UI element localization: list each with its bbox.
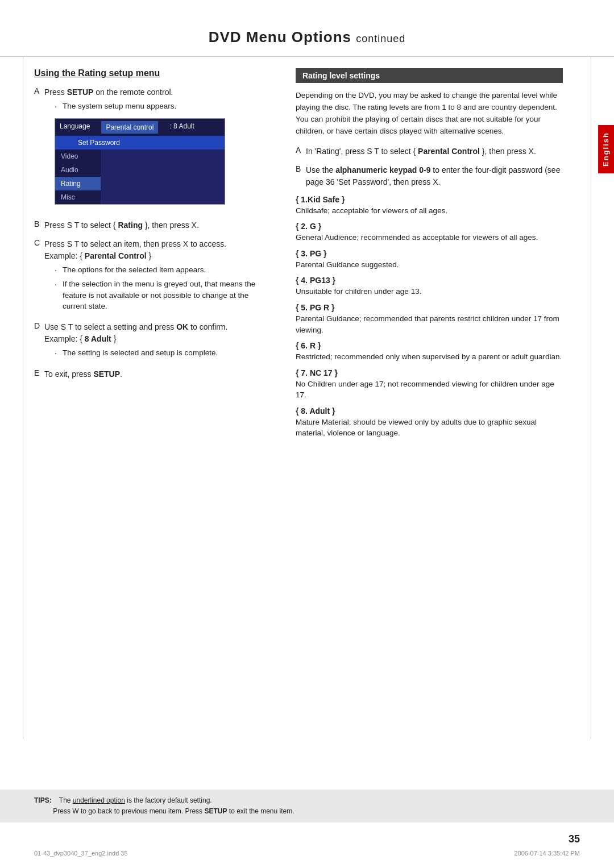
page-number: 35 xyxy=(569,833,580,845)
tips-underline: underlined option xyxy=(73,796,125,804)
rating-7-nc17: { 7. NC 17 } No Children under age 17; n… xyxy=(296,368,563,401)
menu-screenshot: Language Parental control : 8 Adult Set … xyxy=(55,118,225,205)
left-column: Using the Rating setup menu A Press SETU… xyxy=(34,68,273,445)
menu-parental: Parental control xyxy=(101,121,158,134)
footer-date-info: 2006-07-14 3:35:42 PM xyxy=(514,850,580,857)
rating-6-label: { 6. R } xyxy=(296,341,563,350)
rating-1-label: { 1.Kid Safe } xyxy=(296,195,563,204)
step-letter-e: E xyxy=(34,368,44,377)
rating-5-desc: Parental Guidance; recommended that pare… xyxy=(296,313,563,335)
setup-bold-a: SETUP xyxy=(67,88,94,97)
right-intro-text: Depending on the DVD, you may be asked t… xyxy=(296,90,563,138)
rating-7-desc: No Children under age 17; not recommende… xyxy=(296,379,563,401)
page-title: DVD Menu Options continued xyxy=(209,28,406,45)
step-letter-a: A xyxy=(34,86,44,95)
right-border-line xyxy=(591,57,591,739)
left-border-line xyxy=(23,57,23,739)
menu-left-items: Video Audio Rating Misc xyxy=(55,149,101,204)
step-letter-c: C xyxy=(34,238,44,247)
rating-5-pgr: { 5. PG R } Parental Guidance; recommend… xyxy=(296,303,563,335)
right-column: Rating level settings Depending on the D… xyxy=(296,68,580,445)
step-d-sub1: · The setting is selected and setup is c… xyxy=(55,347,273,359)
step-a-sub1: · The system setup menu appears. xyxy=(55,101,273,113)
rating-2-label: { 2. G } xyxy=(296,222,563,231)
adult-bold: 8 Adult xyxy=(85,334,111,343)
right-step-a-content: In 'Rating', press S T to select { Paren… xyxy=(306,146,563,157)
rating-8-label: { 8. Adult } xyxy=(296,406,563,416)
step-c-sub2: · If the selection in the menu is greyed… xyxy=(55,279,273,312)
page-title-continued: continued xyxy=(356,33,405,44)
step-d: D Use S T to select a setting and press … xyxy=(34,321,273,362)
alphanumeric-bold: alphanumeric keypad 0-9 xyxy=(335,165,430,175)
step-a: A Press SETUP on the remote control. · T… xyxy=(34,86,273,213)
right-step-b-content: Use the alphanumeric keypad 0-9 to enter… xyxy=(306,164,563,188)
parental-control-bold: Parental Control xyxy=(85,251,147,260)
menu-item-video: Video xyxy=(55,149,101,163)
tips-line2: Press W to go back to previous menu item… xyxy=(53,807,294,815)
rating-8-adult: { 8. Adult } Mature Material; should be … xyxy=(296,406,563,439)
rating-5-label: { 5. PG R } xyxy=(296,303,563,312)
rating-3-label: { 3. PG } xyxy=(296,249,563,258)
step-letter-b: B xyxy=(34,219,44,229)
menu-item-rating: Rating xyxy=(55,177,101,190)
step-d-content: Use S T to select a setting and press OK… xyxy=(44,321,273,362)
menu-adult: : 8 Adult xyxy=(169,121,194,134)
parental-control-bold-r: Parental Control xyxy=(418,147,480,156)
tips-bar: TIPS: The underlined option is the facto… xyxy=(0,790,614,823)
menu-lang: Language xyxy=(60,121,90,134)
rating-2-g: { 2. G } General Audience; recommended a… xyxy=(296,222,563,243)
step-c: C Press S T to select an item, then pres… xyxy=(34,238,273,314)
setup-bold-e: SETUP xyxy=(93,369,120,379)
menu-item-misc: Misc xyxy=(55,190,101,204)
step-e: E To exit, press SETUP. xyxy=(34,368,273,380)
rating-3-desc: Parental Guidance suggested. xyxy=(296,259,563,271)
right-step-b: B Use the alphanumeric keypad 0-9 to ent… xyxy=(296,164,563,188)
rating-4-desc: Unsuitable for children under age 13. xyxy=(296,286,563,297)
menu-inner: Video Audio Rating Misc xyxy=(55,149,225,204)
rating-1-desc: Childsafe; acceptable for viewers of all… xyxy=(296,205,563,217)
setup-bold-tips: SETUP xyxy=(204,807,227,815)
right-step-a: A In 'Rating', press S T to select { Par… xyxy=(296,146,563,157)
page-title-area: DVD Menu Options continued xyxy=(0,23,614,57)
right-step-letter-a: A xyxy=(296,146,306,155)
step-c-sub1: · The options for the selected item appe… xyxy=(55,264,273,276)
footer-file-info: 01-43_dvp3040_37_eng2.indd 35 xyxy=(34,850,128,857)
right-step-letter-b: B xyxy=(296,164,306,173)
menu-top-bar: Language Parental control : 8 Adult xyxy=(55,119,225,136)
ok-bold: OK xyxy=(176,322,188,331)
rating-2-desc: General Audience; recommended as accepta… xyxy=(296,232,563,243)
rating-7-label: { 7. NC 17 } xyxy=(296,368,563,377)
main-content: Using the Rating setup menu A Press SETU… xyxy=(0,68,614,445)
step-e-content: To exit, press SETUP. xyxy=(44,368,273,380)
rating-8-desc: Mature Material; should be viewed only b… xyxy=(296,417,563,439)
rating-6-r: { 6. R } Restricted; recommended only wh… xyxy=(296,341,563,363)
rating-1-kid-safe: { 1.Kid Safe } Childsafe; acceptable for… xyxy=(296,195,563,217)
menu-right-content xyxy=(101,149,225,204)
page-container: English DVD Menu Options continued Using… xyxy=(0,0,614,868)
rating-6-desc: Restricted; recommended only when superv… xyxy=(296,351,563,363)
menu-set-password: Set Password xyxy=(55,136,225,149)
step-b-content: Press S T to select { Rating }, then pre… xyxy=(44,219,273,231)
rating-4-label: { 4. PG13 } xyxy=(296,276,563,285)
left-section-heading: Using the Rating setup menu xyxy=(34,68,273,78)
rating-3-pg: { 3. PG } Parental Guidance suggested. xyxy=(296,249,563,271)
rating-bold: Rating xyxy=(118,221,143,230)
step-a-content: Press SETUP on the remote control. · The… xyxy=(44,86,273,213)
step-b: B Press S T to select { Rating }, then p… xyxy=(34,219,273,231)
step-c-content: Press S T to select an item, then press … xyxy=(44,238,273,314)
english-language-tab: English xyxy=(598,125,614,173)
tips-label: TIPS: xyxy=(34,796,52,804)
rating-level-settings-heading: Rating level settings xyxy=(296,68,563,83)
tips-line1: The underlined option is the factory def… xyxy=(59,796,212,804)
rating-4-pg13: { 4. PG13 } Unsuitable for children unde… xyxy=(296,276,563,297)
menu-item-audio: Audio xyxy=(55,163,101,177)
step-letter-d: D xyxy=(34,321,44,330)
